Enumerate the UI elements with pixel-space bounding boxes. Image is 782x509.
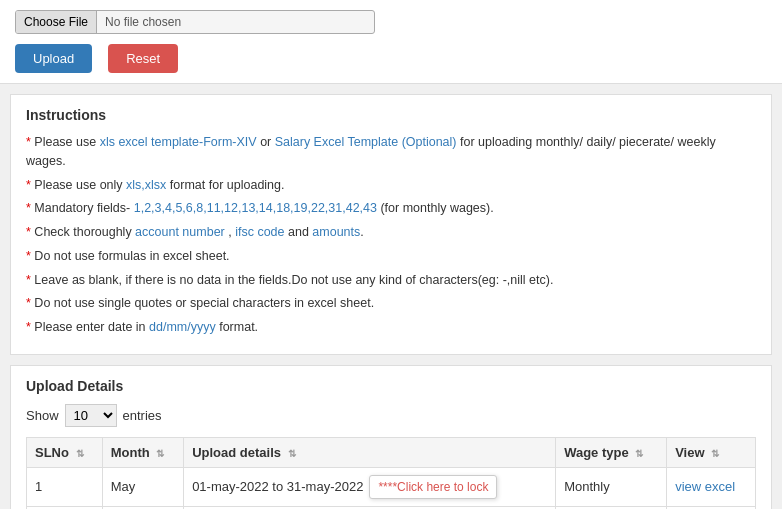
show-entries-row: Show 10 25 50 100 entries [26,404,756,427]
sort-icon-upload-details: ⇅ [288,448,296,459]
mandatory-fields-link[interactable]: 1,2,3,4,5,6,8,11,12,13,14,18,19,22,31,42… [134,201,377,215]
instruction-line-8: Please enter date in dd/mm/yyyy format. [26,318,756,337]
upload-button[interactable]: Upload [15,44,92,73]
choose-file-button[interactable]: Choose File [16,11,97,33]
upload-details-table: SLNo ⇅ Month ⇅ Upload details ⇅ Wage typ… [26,437,756,509]
sort-icon-view: ⇅ [711,448,719,459]
instruction-line-7: Do not use single quotes or special char… [26,294,756,313]
cell-wage-type: Monthly [556,467,667,506]
show-label: Show [26,408,59,423]
col-upload-details: Upload details ⇅ [184,437,556,467]
entries-label: entries [123,408,162,423]
instruction-line-2: Please use only xls,xlsx format for uplo… [26,176,756,195]
sort-icon-wage-type: ⇅ [635,448,643,459]
date-format-link[interactable]: dd/mm/yyyy [149,320,216,334]
xls-template-link[interactable]: xls excel template-Form-XIV [100,135,257,149]
instruction-line-4: Check thoroughly account number , ifsc c… [26,223,756,242]
file-input-row: Choose File No file chosen [15,10,767,34]
cell-slno: 1 [27,467,103,506]
sort-icon-month: ⇅ [156,448,164,459]
col-month: Month ⇅ [102,437,183,467]
instruction-line-6: Leave as blank, if there is no data in t… [26,271,756,290]
file-name-display: No file chosen [97,11,374,33]
col-view: View ⇅ [667,437,756,467]
upload-details-section: Upload Details Show 10 25 50 100 entries… [10,365,772,509]
cell-month: May [102,467,183,506]
account-number-link[interactable]: account number [135,225,225,239]
instructions-heading: Instructions [26,107,756,123]
action-buttons-row: Upload Reset [15,44,767,73]
top-section: Choose File No file chosen Upload Reset [0,0,782,84]
upload-detail-text: 01-may-2022 to 31-may-2022 [192,479,363,494]
col-slno: SLNo ⇅ [27,437,103,467]
cell-upload-details: 01-may-2022 to 31-may-2022****Click here… [184,467,556,506]
view-excel-link[interactable]: view excel [675,479,735,494]
table-row: 1May01-may-2022 to 31-may-2022****Click … [27,467,756,506]
instruction-line-3: Mandatory fields- 1,2,3,4,5,6,8,11,12,13… [26,199,756,218]
xls-xlsx-link[interactable]: xls,xlsx [126,178,166,192]
amounts-link[interactable]: amounts [312,225,360,239]
ifsc-code-link[interactable]: ifsc code [235,225,284,239]
instruction-line-1: Please use xls excel template-Form-XIV o… [26,133,756,171]
sort-icon-slno: ⇅ [76,448,84,459]
upload-details-heading: Upload Details [26,378,756,394]
instruction-line-5: Do not use formulas in excel sheet. [26,247,756,266]
lock-tooltip[interactable]: ****Click here to lock [369,475,497,499]
instructions-section: Instructions Please use xls excel templa… [10,94,772,355]
salary-excel-template-link[interactable]: Salary Excel Template (Optional) [275,135,457,149]
col-wage-type: Wage type ⇅ [556,437,667,467]
reset-button[interactable]: Reset [108,44,178,73]
table-header-row: SLNo ⇅ Month ⇅ Upload details ⇅ Wage typ… [27,437,756,467]
entries-select[interactable]: 10 25 50 100 [65,404,117,427]
cell-view: view excel [667,467,756,506]
file-input-wrapper: Choose File No file chosen [15,10,375,34]
